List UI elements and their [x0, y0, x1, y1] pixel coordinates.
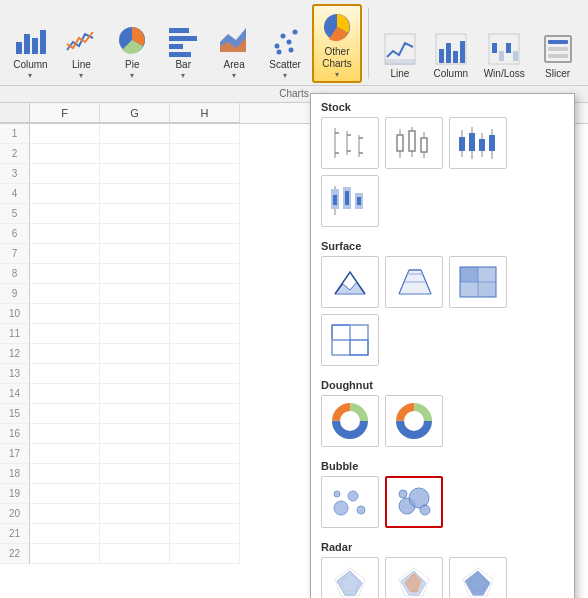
svg-rect-65 [333, 195, 337, 205]
cell-f15[interactable] [30, 404, 100, 424]
row-number: 16 [0, 424, 30, 444]
cell-f10[interactable] [30, 304, 100, 324]
cell-f21[interactable] [30, 524, 100, 544]
cell-h1[interactable] [170, 124, 240, 144]
surface-chart-2[interactable] [385, 256, 443, 308]
radar-chart-3[interactable] [449, 557, 507, 598]
surface-chart-3[interactable] [449, 256, 507, 308]
area-chart-button[interactable]: Area ▾ [210, 4, 259, 83]
cell-f3[interactable] [30, 164, 100, 184]
cell-h22[interactable] [170, 544, 240, 564]
cell-g21[interactable] [100, 524, 170, 544]
cell-g1[interactable] [100, 124, 170, 144]
cell-h11[interactable] [170, 324, 240, 344]
cell-f5[interactable] [30, 204, 100, 224]
cell-h21[interactable] [170, 524, 240, 544]
cell-g15[interactable] [100, 404, 170, 424]
cell-h10[interactable] [170, 304, 240, 324]
cell-h18[interactable] [170, 464, 240, 484]
cell-g12[interactable] [100, 344, 170, 364]
pie-chart-button[interactable]: Pie ▾ [108, 4, 157, 83]
cell-h20[interactable] [170, 504, 240, 524]
cell-g19[interactable] [100, 484, 170, 504]
stock-chart-2[interactable] [385, 117, 443, 169]
column-chart-button[interactable]: Column ▾ [6, 4, 55, 83]
cell-h7[interactable] [170, 244, 240, 264]
stock-chart-3[interactable] [449, 117, 507, 169]
cell-h5[interactable] [170, 204, 240, 224]
cell-f8[interactable] [30, 264, 100, 284]
radar-chart-2[interactable] [385, 557, 443, 598]
cell-g8[interactable] [100, 264, 170, 284]
line-chart-button[interactable]: Line ▾ [57, 4, 106, 83]
cell-h14[interactable] [170, 384, 240, 404]
cell-f16[interactable] [30, 424, 100, 444]
cell-g3[interactable] [100, 164, 170, 184]
cell-g13[interactable] [100, 364, 170, 384]
cell-g16[interactable] [100, 424, 170, 444]
cell-h17[interactable] [170, 444, 240, 464]
other-charts-icon [319, 9, 355, 45]
cell-g9[interactable] [100, 284, 170, 304]
cell-f13[interactable] [30, 364, 100, 384]
cell-h3[interactable] [170, 164, 240, 184]
bubble-chart-grid [311, 476, 574, 534]
cell-f7[interactable] [30, 244, 100, 264]
cell-f12[interactable] [30, 344, 100, 364]
cell-f18[interactable] [30, 464, 100, 484]
cell-h15[interactable] [170, 404, 240, 424]
cell-g5[interactable] [100, 204, 170, 224]
cell-h16[interactable] [170, 424, 240, 444]
bubble-chart-2[interactable] [385, 476, 443, 528]
cell-h6[interactable] [170, 224, 240, 244]
stock-chart-1[interactable] [321, 117, 379, 169]
doughnut-chart-1[interactable] [321, 395, 379, 447]
cell-g14[interactable] [100, 384, 170, 404]
doughnut-chart-2[interactable] [385, 395, 443, 447]
other-charts-button[interactable]: Other Charts ▾ [312, 4, 363, 83]
svg-rect-90 [332, 325, 350, 340]
cell-h9[interactable] [170, 284, 240, 304]
slicer-button[interactable]: Slicer [533, 4, 582, 83]
cell-g10[interactable] [100, 304, 170, 324]
cell-f22[interactable] [30, 544, 100, 564]
cell-f11[interactable] [30, 324, 100, 344]
cell-g7[interactable] [100, 244, 170, 264]
cell-g6[interactable] [100, 224, 170, 244]
cell-f6[interactable] [30, 224, 100, 244]
cell-f17[interactable] [30, 444, 100, 464]
cell-h19[interactable] [170, 484, 240, 504]
cell-f14[interactable] [30, 384, 100, 404]
cell-f4[interactable] [30, 184, 100, 204]
radar-chart-1[interactable] [321, 557, 379, 598]
ribbon-toolbar: Column ▾ Line ▾ Pie ▾ [0, 0, 588, 83]
bar-chart-button[interactable]: Bar ▾ [159, 4, 208, 83]
surface-chart-4[interactable] [321, 314, 379, 366]
cell-f1[interactable] [30, 124, 100, 144]
bubble-chart-1[interactable] [321, 476, 379, 528]
stock-chart-4[interactable] [321, 175, 379, 227]
row-number: 4 [0, 184, 30, 204]
scatter-chart-button[interactable]: Scatter ▾ [261, 4, 310, 83]
cell-g17[interactable] [100, 444, 170, 464]
cell-f9[interactable] [30, 284, 100, 304]
cell-h13[interactable] [170, 364, 240, 384]
cell-g18[interactable] [100, 464, 170, 484]
cell-f2[interactable] [30, 144, 100, 164]
cell-f19[interactable] [30, 484, 100, 504]
cell-g2[interactable] [100, 144, 170, 164]
cell-h2[interactable] [170, 144, 240, 164]
cell-h4[interactable] [170, 184, 240, 204]
surface-chart-1[interactable] [321, 256, 379, 308]
cell-g20[interactable] [100, 504, 170, 524]
cell-g11[interactable] [100, 324, 170, 344]
cell-g4[interactable] [100, 184, 170, 204]
cell-g22[interactable] [100, 544, 170, 564]
svg-point-101 [407, 414, 421, 428]
cell-h8[interactable] [170, 264, 240, 284]
cell-f20[interactable] [30, 504, 100, 524]
line-sparkline-button[interactable]: Line [375, 4, 424, 83]
column-sparkline-button[interactable]: Column [426, 4, 475, 83]
cell-h12[interactable] [170, 344, 240, 364]
winloss-button[interactable]: Win/Loss [477, 4, 531, 83]
